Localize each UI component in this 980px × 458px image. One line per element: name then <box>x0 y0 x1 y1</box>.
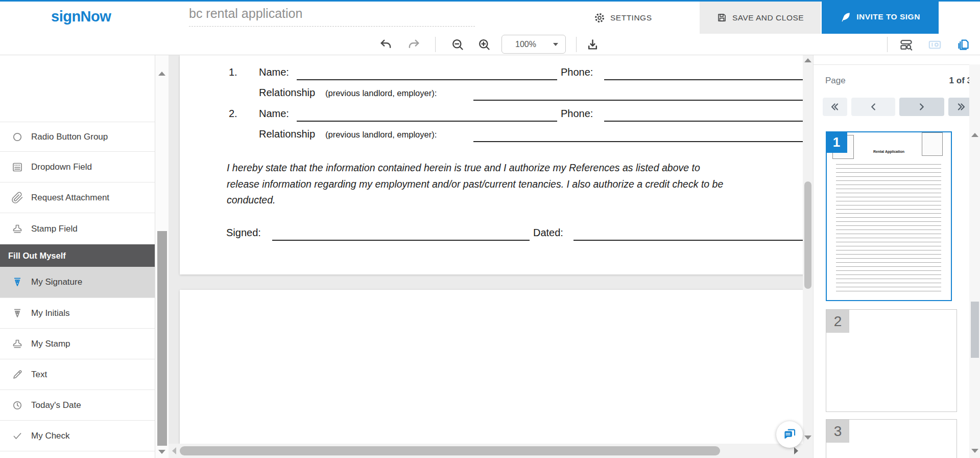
fill-out-myself-section-header: Fill Out Myself <box>0 244 155 267</box>
invite-to-sign-button[interactable]: INVITE TO SIGN <box>822 0 939 34</box>
name-blank-line <box>297 108 557 122</box>
previous-page-button[interactable] <box>851 98 895 116</box>
comments-button[interactable] <box>776 421 803 448</box>
declaration-paragraph: I hereby state that the information cont… <box>227 160 723 209</box>
scroll-down-arrow-icon[interactable] <box>804 436 811 440</box>
save-icon <box>716 12 727 23</box>
document-fields-search-button[interactable] <box>897 36 915 53</box>
check-icon <box>11 430 23 442</box>
redo-button[interactable] <box>404 36 423 53</box>
zoom-out-button[interactable] <box>448 36 467 53</box>
document-horizontal-scrollbar-thumb[interactable] <box>180 446 720 455</box>
sidebar-item-stamp-field[interactable]: Stamp Field <box>0 213 155 244</box>
reference-1-row: 1. Name: Phone: <box>229 66 803 81</box>
redo-icon <box>407 38 420 51</box>
document-canvas[interactable]: 1. Name: Phone: Relationship (previous l… <box>169 55 803 444</box>
sidebar-item-request-attachment[interactable]: Request Attachment <box>0 182 155 213</box>
comment-bubbles-icon <box>782 427 797 442</box>
page-label: Page <box>825 76 846 86</box>
toolbar-divider <box>887 37 888 52</box>
sidebar-item-text[interactable]: Text <box>0 359 155 390</box>
sidebar-item-todays-date[interactable]: Today's Date <box>0 390 155 420</box>
document-fields-search-icon <box>899 38 913 52</box>
scroll-down-arrow-icon[interactable] <box>971 449 978 453</box>
sidebar-item-label: Text <box>31 370 47 380</box>
signnow-logo[interactable]: signNow <box>51 8 111 25</box>
save-and-close-label: SAVE AND CLOSE <box>732 13 804 22</box>
sidebar-item-label: Request Attachment <box>31 193 109 203</box>
next-page-button[interactable] <box>899 98 944 116</box>
double-chevron-right-icon <box>955 101 967 112</box>
undo-button[interactable] <box>377 36 395 53</box>
relationship-label: Relationship <box>259 128 315 140</box>
toolbar-divider <box>435 37 436 52</box>
zoom-level-select[interactable]: 100% <box>501 35 566 54</box>
download-button[interactable] <box>583 36 602 53</box>
save-and-close-button[interactable]: SAVE AND CLOSE <box>700 2 821 34</box>
list-number: 2. <box>229 108 237 120</box>
document-scrollbar-thumb[interactable] <box>804 181 811 289</box>
relationship-hint: (previous landlord, employer): <box>325 130 437 140</box>
scroll-up-arrow-icon[interactable] <box>804 58 811 62</box>
document-title-input[interactable]: bc rental application <box>189 6 475 27</box>
scroll-down-arrow-icon[interactable] <box>158 450 165 454</box>
document-page-1[interactable]: 1. Name: Phone: Relationship (previous l… <box>180 55 803 274</box>
toolbar-divider <box>576 37 577 52</box>
page-number-badge: 1 <box>826 131 847 153</box>
page-number-badge: 2 <box>826 310 849 333</box>
signed-blank-line <box>272 227 530 241</box>
sidebar-item-my-stamp[interactable]: My Stamp <box>0 328 155 359</box>
document-horizontal-scrollbar[interactable] <box>169 444 803 458</box>
scrollbar-corner <box>803 444 813 458</box>
gear-icon <box>594 12 605 24</box>
invite-to-sign-label: INVITE TO SIGN <box>856 12 920 21</box>
copy-documents-icon <box>957 38 970 52</box>
relationship-hint: (previous landlord, employer): <box>325 88 437 98</box>
pages-panel-scrollbar-thumb[interactable] <box>971 302 979 358</box>
page-thumbnail-2[interactable]: 2 <box>826 309 957 412</box>
document-vertical-scrollbar[interactable] <box>803 55 813 444</box>
page-thumbnail-1[interactable]: Rental Application 1 <box>826 131 952 301</box>
list-number: 1. <box>229 66 237 78</box>
page-thumbnail-3[interactable]: 3 <box>826 419 957 458</box>
copy-documents-button[interactable] <box>954 36 972 53</box>
sidebar-item-radio-button-group[interactable]: Radio Button Group <box>0 122 155 151</box>
zoom-in-button[interactable] <box>475 36 493 53</box>
page-indicator: 1 of 3 <box>949 76 972 86</box>
scroll-left-arrow-icon[interactable] <box>172 447 176 454</box>
double-chevron-left-icon <box>829 101 841 112</box>
pen-nib-icon <box>11 276 23 288</box>
document-page-2[interactable] <box>180 290 803 444</box>
sidebar-item-my-initials[interactable]: My Initials <box>0 297 155 328</box>
sidebar-scrollbar-thumb[interactable] <box>157 231 167 446</box>
relationship-label: Relationship <box>259 87 315 99</box>
sidebar-item-dropdown-field[interactable]: Dropdown Field <box>0 151 155 182</box>
scroll-up-arrow-icon[interactable] <box>971 133 978 137</box>
settings-button[interactable]: SETTINGS <box>594 2 652 34</box>
scroll-up-arrow-icon[interactable] <box>158 72 165 76</box>
dated-label: Dated: <box>533 227 563 239</box>
chevron-right-icon <box>916 101 927 112</box>
reference-2-row: 2. Name: Phone: <box>229 108 803 122</box>
sidebar-item-my-check[interactable]: My Check <box>0 420 155 451</box>
scroll-right-arrow-icon[interactable] <box>794 447 798 454</box>
paperclip-icon <box>11 192 23 204</box>
declaration-line: release information regarding my employm… <box>227 176 723 193</box>
download-icon <box>586 38 600 52</box>
phone-label: Phone: <box>561 108 593 120</box>
stamp-icon <box>11 223 23 235</box>
sidebar-scrollbar[interactable] <box>155 55 169 458</box>
reference-2-relationship-row: Relationship (previous landlord, employe… <box>259 128 803 143</box>
pages-panel-scrollbar[interactable] <box>969 64 980 458</box>
sidebar-item-label: Stamp Field <box>31 224 78 234</box>
signed-dated-row: Signed: Dated: <box>226 227 803 241</box>
sidebar-item-my-signature[interactable]: My Signature <box>0 267 155 297</box>
feather-icon <box>840 11 851 22</box>
name-blank-line <box>297 66 557 80</box>
zoom-out-icon <box>451 38 465 52</box>
sidebar-item-line[interactable]: Line <box>0 451 155 458</box>
declaration-line: I hereby state that the information cont… <box>227 160 723 176</box>
chevron-left-icon <box>868 101 879 112</box>
field-settings-button-disabled[interactable] <box>925 36 944 53</box>
first-page-button[interactable] <box>823 98 847 116</box>
